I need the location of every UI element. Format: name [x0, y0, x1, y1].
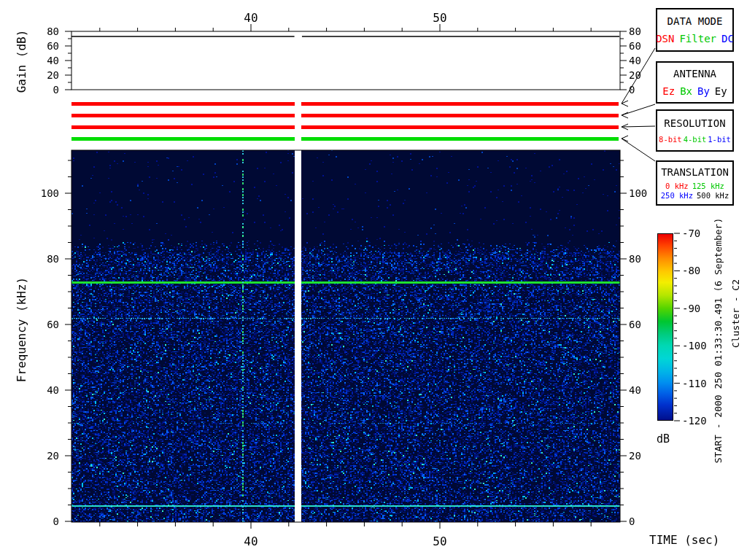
gain-ytick-label-right: 40 [629, 55, 641, 66]
antenna-values: EzBxByEy [662, 85, 727, 97]
data-mode-item: DC [721, 33, 734, 44]
gain-ytick-label-right: 60 [629, 40, 641, 52]
antenna-bar [71, 114, 295, 117]
freq-tick-label-right: 20 [629, 450, 641, 462]
colorbar-tick-label: -70 [682, 228, 700, 239]
resolution-box: RESOLUTION 8-bit4-bit1-bit [656, 109, 734, 152]
freq-tick-label-right: 60 [629, 319, 641, 330]
freq-tick-label-left: 100 [41, 187, 59, 199]
translation-row: 0 kHz125 kHz [661, 182, 729, 190]
arrowhead [622, 104, 628, 106]
freq-tick-label-left: 40 [47, 384, 59, 396]
translation-arrow [622, 139, 655, 161]
data-mode-title: DATA MODE [667, 15, 723, 27]
colorbar-tick-label: -110 [682, 378, 707, 389]
gain-ytick-label-left: 80 [47, 26, 59, 37]
freq-tick-label-left: 20 [47, 450, 59, 462]
arrowhead [622, 136, 628, 139]
arrowhead [622, 115, 628, 118]
translation-item: 250 kHz [661, 191, 693, 200]
freq-tick-label-right: 0 [629, 516, 635, 527]
translation-item: 0 kHz [665, 182, 689, 190]
antenna-title: ANTENNA [673, 68, 716, 79]
freq-tick-label-left: 80 [47, 253, 59, 265]
data-mode-item: DSN [656, 33, 674, 44]
bottom-time-tick-label: 50 [433, 534, 446, 548]
top-time-tick-label: 50 [433, 11, 446, 25]
gain-ytick-label-right: 20 [629, 69, 641, 81]
antenna-item: Ez [662, 85, 675, 97]
resolution-values: 8-bit4-bit1-bit [659, 135, 731, 144]
freq-tick-label-right: 80 [629, 253, 641, 265]
antenna-item: By [697, 85, 710, 97]
antenna-bar [301, 114, 619, 117]
resolution-item: 1-bit [708, 135, 731, 144]
start-time-label: START - 2000 250 01:33:30.491 (6 Septemb… [713, 218, 724, 464]
resolution-bar [71, 125, 295, 129]
resolution-title: RESOLUTION [664, 117, 725, 129]
data-mode-item: Filter [679, 33, 716, 44]
translation-bar [301, 137, 619, 141]
spacecraft-label: Cluster - C2 [730, 279, 741, 348]
wbd-spectrogram-display: 0020204040606080804050002020404060608080… [0, 0, 747, 560]
colorbar-tick-label: -100 [682, 340, 707, 351]
colorbar-tick-label: -80 [682, 265, 700, 276]
translation-row: 250 kHz500 kHz [661, 191, 729, 200]
data-mode-bar [71, 102, 295, 106]
translation-values: 0 kHz125 kHz250 kHz500 kHz [661, 182, 729, 200]
data-mode-values: DSNFilterDC [656, 33, 734, 44]
resolution-arrow [622, 126, 655, 127]
top-time-tick-label: 40 [244, 11, 258, 25]
bottom-time-tick-label: 40 [244, 534, 258, 548]
frequency-axis-label: Frequency (kHz) [15, 277, 28, 383]
resolution-item: 8-bit [659, 135, 682, 144]
gain-plot-border [71, 31, 620, 90]
freq-tick-label-left: 60 [47, 319, 59, 330]
antenna-item: Bx [680, 85, 692, 97]
data-mode-box: DATA MODE DSNFilterDC [656, 8, 734, 52]
freq-tick-label-left: 0 [53, 516, 59, 527]
antenna-box: ANTENNA EzBxByEy [656, 61, 734, 104]
time-axis-label: TIME (sec) [649, 533, 719, 547]
gain-ytick-label-left: 20 [47, 69, 59, 81]
resolution-bar [301, 125, 619, 129]
translation-title: TRANSLATION [661, 166, 729, 178]
colorbar-tick-label: -120 [682, 415, 707, 427]
freq-tick-label-right: 100 [629, 187, 647, 199]
antenna-item: Ey [715, 85, 727, 97]
axes-layer: 0020204040606080804050002020404060608080… [0, 0, 747, 560]
translation-item: 125 kHz [692, 182, 724, 190]
gain-ytick-label-right: 80 [629, 26, 641, 37]
resolution-item: 4-bit [684, 135, 707, 144]
translation-box: TRANSLATION 0 kHz125 kHz250 kHz500 kHz [656, 160, 734, 206]
data-mode-bar [301, 102, 619, 106]
colorbar-tick-label: -90 [682, 303, 700, 314]
freq-tick-label-right: 40 [629, 384, 641, 396]
spectrogram-border [71, 150, 620, 522]
translation-item: 500 kHz [697, 191, 729, 200]
colorbar-units-label: dB [657, 432, 670, 446]
translation-bar [71, 137, 295, 141]
gain-ytick-label-left: 40 [47, 55, 59, 66]
gain-axis-label: Gain (dB) [15, 30, 28, 93]
gain-ytick-label-left: 60 [47, 40, 59, 52]
arrowhead [622, 127, 628, 130]
gain-ytick-label-left: 0 [53, 84, 59, 96]
